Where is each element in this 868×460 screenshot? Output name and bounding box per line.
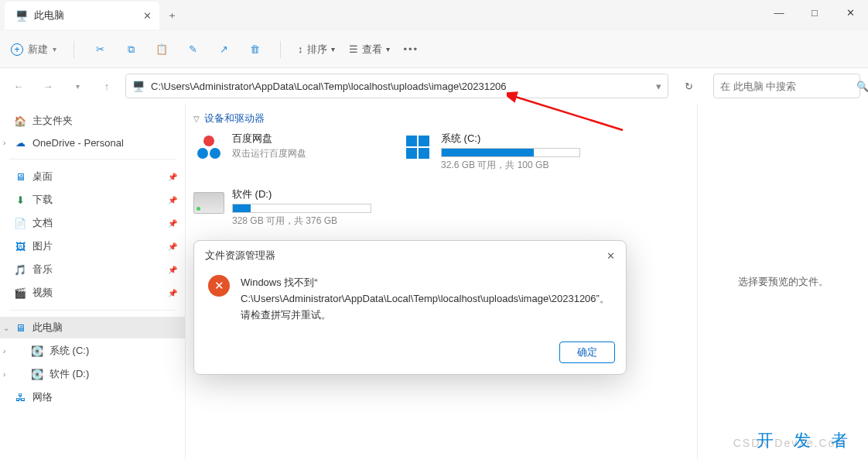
- device-title: 百度网盘: [232, 132, 306, 146]
- pin-icon: 📌: [168, 196, 177, 204]
- close-window-button[interactable]: ✕: [832, 0, 868, 25]
- tab-title: 此电脑: [34, 9, 64, 22]
- dialog-title: 文件资源管理器: [205, 249, 275, 263]
- plus-icon: +: [11, 43, 23, 56]
- share-icon[interactable]: ↗: [215, 43, 232, 55]
- sidebar-item-pictures[interactable]: 🖼图片📌: [0, 235, 185, 257]
- sidebar-item-music[interactable]: 🎵音乐📌: [0, 259, 185, 280]
- desktop-icon: 🖥: [14, 171, 26, 183]
- device-title: 系统 (C:): [441, 132, 580, 146]
- sidebar-item-label: 音乐: [32, 263, 53, 276]
- pin-icon: 📌: [168, 242, 177, 251]
- more-button[interactable]: •••: [404, 43, 419, 55]
- sidebar-item-network[interactable]: 🖧网络: [0, 386, 185, 408]
- error-icon: ✕: [208, 275, 230, 297]
- section-title: 设备和驱动器: [204, 112, 265, 125]
- drive-icon: [193, 187, 224, 218]
- new-tab-button[interactable]: ＋: [167, 9, 177, 22]
- sort-button[interactable]: ↕ 排序 ▾: [298, 43, 335, 57]
- separator: [73, 41, 74, 58]
- tab-thispc[interactable]: 🖥️ 此电脑 ✕: [5, 2, 159, 29]
- close-icon[interactable]: ✕: [607, 250, 615, 262]
- home-icon: 🏠: [14, 115, 26, 127]
- chevron-down-icon[interactable]: ▾: [67, 82, 88, 91]
- chevron-down-icon[interactable]: ▾: [656, 81, 661, 92]
- search-icon: 🔍: [856, 81, 868, 92]
- address-path: C:\Users\Administrator\AppData\Local\Tem…: [151, 81, 507, 92]
- chevron-down-icon: ▽: [193, 115, 200, 123]
- sidebar-item-drive-d[interactable]: ›💽软件 (D:): [0, 363, 185, 385]
- network-icon: 🖧: [14, 392, 26, 403]
- address-row: ← → ▾ ↑ 🖥️ C:\Users\Administrator\AppDat…: [0, 68, 868, 104]
- copy-icon[interactable]: ⧉: [122, 43, 139, 56]
- sidebar-item-videos[interactable]: 🎬视频📌: [0, 282, 185, 304]
- close-tab-icon[interactable]: ✕: [143, 10, 152, 22]
- refresh-button[interactable]: ↻: [676, 81, 701, 92]
- address-bar[interactable]: 🖥️ C:\Users\Administrator\AppData\Local\…: [125, 74, 668, 98]
- device-subtitle: 双击运行百度网盘: [232, 147, 306, 160]
- sidebar-item-drive-c[interactable]: ›💽系统 (C:): [0, 340, 185, 362]
- sidebar-item-desktop[interactable]: 🖥桌面📌: [0, 166, 185, 187]
- ok-button[interactable]: 确定: [559, 342, 615, 363]
- baidu-icon: [193, 132, 224, 163]
- maximize-button[interactable]: □: [797, 0, 832, 25]
- device-drive-d[interactable]: 软件 (D:) 328 GB 可用，共 376 GB: [193, 187, 379, 228]
- monitor-icon: 🖥️: [15, 10, 28, 22]
- separator: [9, 310, 176, 311]
- chevron-right-icon[interactable]: ›: [3, 347, 11, 355]
- search-box[interactable]: 🔍: [713, 74, 860, 98]
- download-icon: ⬇: [14, 194, 26, 206]
- sidebar-item-downloads[interactable]: ⬇下载📌: [0, 189, 185, 211]
- section-header[interactable]: ▽ 设备和驱动器: [193, 112, 689, 125]
- view-button[interactable]: ☰ 查看 ▾: [349, 43, 390, 57]
- back-button[interactable]: ←: [8, 81, 29, 92]
- cut-icon[interactable]: ✂: [91, 43, 108, 55]
- device-grid: 百度网盘 双击运行百度网盘 系统 (C:) 32.6 GB 可用，共 100 G…: [193, 132, 689, 228]
- pictures-icon: 🖼: [14, 241, 26, 252]
- chevron-right-icon[interactable]: ›: [3, 370, 11, 379]
- sidebar-item-onedrive[interactable]: ›☁OneDrive - Personal: [0, 133, 185, 153]
- search-input[interactable]: [720, 81, 850, 92]
- sort-icon: ↕: [298, 43, 303, 55]
- sidebar-item-label: 文档: [32, 216, 53, 230]
- pin-icon: 📌: [168, 289, 177, 297]
- sidebar-item-home[interactable]: 🏠主文件夹: [0, 110, 185, 132]
- rename-icon[interactable]: ✎: [184, 43, 201, 55]
- preview-pane: 选择要预览的文件。: [698, 104, 868, 460]
- sidebar-item-thispc[interactable]: ⌄🖥此电脑: [0, 317, 185, 338]
- delete-icon[interactable]: 🗑: [246, 43, 263, 55]
- sort-label: 排序: [307, 43, 327, 57]
- chevron-down-icon: ▾: [53, 45, 56, 53]
- title-bar: 🖥️ 此电脑 ✕ ＋ — □ ✕: [0, 0, 868, 31]
- separator: [280, 41, 281, 58]
- chevron-right-icon[interactable]: ›: [3, 139, 11, 147]
- up-button[interactable]: ↑: [96, 81, 118, 92]
- device-baidu[interactable]: 百度网盘 双击运行百度网盘: [193, 132, 379, 172]
- sidebar-item-label: 桌面: [32, 170, 53, 184]
- preview-text: 选择要预览的文件。: [738, 275, 829, 289]
- device-subtitle: 328 GB 可用，共 376 GB: [232, 215, 371, 228]
- error-dialog: 文件资源管理器 ✕ ✕ Windows 找不到“ C:\Users\Admini…: [193, 240, 627, 375]
- chevron-down-icon[interactable]: ⌄: [3, 324, 11, 332]
- forward-button[interactable]: →: [37, 81, 59, 92]
- device-drive-c[interactable]: 系统 (C:) 32.6 GB 可用，共 100 GB: [402, 132, 588, 172]
- pin-icon: 📌: [168, 266, 177, 274]
- sidebar-item-label: 视频: [32, 286, 53, 300]
- music-icon: 🎵: [14, 264, 26, 276]
- sidebar-item-label: 系统 (C:): [50, 344, 89, 358]
- video-icon: 🎬: [14, 287, 26, 299]
- capacity-bar: [232, 204, 371, 213]
- minimize-button[interactable]: —: [761, 0, 797, 25]
- separator: [9, 159, 176, 160]
- sidebar-item-documents[interactable]: 📄文档📌: [0, 212, 185, 234]
- new-button[interactable]: + 新建 ▾: [11, 43, 56, 57]
- document-icon: 📄: [14, 218, 26, 229]
- new-label: 新建: [28, 43, 48, 57]
- windows-drive-icon: [402, 132, 433, 163]
- monitor-icon: 🖥: [14, 322, 26, 334]
- chevron-down-icon: ▾: [331, 45, 335, 53]
- device-subtitle: 32.6 GB 可用，共 100 GB: [441, 159, 580, 172]
- drive-icon: 💽: [31, 345, 43, 357]
- paste-icon[interactable]: 📋: [153, 43, 170, 55]
- view-label: 查看: [362, 43, 382, 57]
